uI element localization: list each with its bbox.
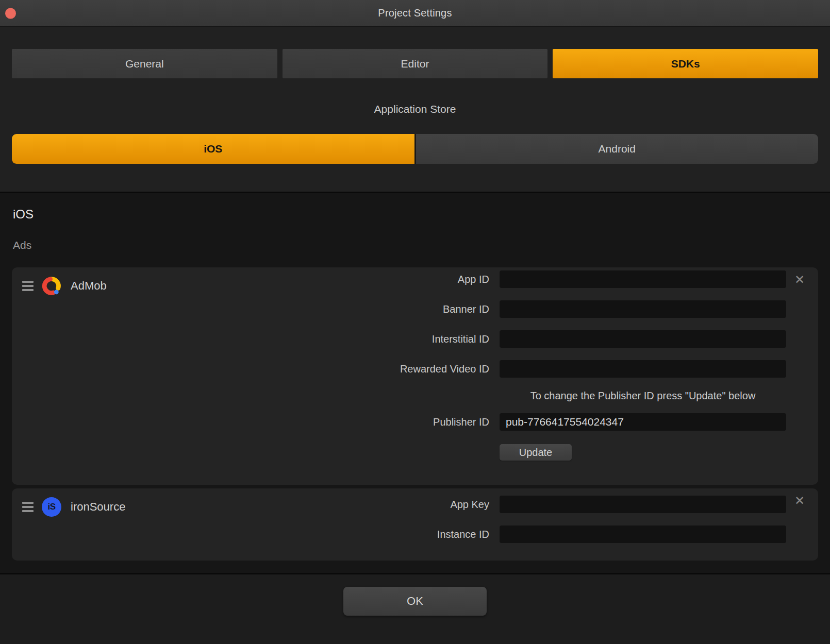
publisher-id-note: To change the Publisher ID press "Update…: [500, 390, 786, 402]
project-settings-dialog: Project Settings General Editor SDKs App…: [0, 0, 830, 644]
admob-rewarded-video-id-row: Rewarded Video ID: [12, 360, 786, 378]
reorder-handle-icon[interactable]: [22, 279, 34, 293]
ironsource-card-title: ironSource: [71, 500, 125, 514]
settings-header-section: General Editor SDKs Application Store iO…: [0, 27, 830, 193]
tab-general[interactable]: General: [12, 49, 277, 78]
interstitial-id-label: Interstitial ID: [432, 333, 489, 345]
admob-remove-icon[interactable]: ✕: [793, 273, 806, 287]
admob-fields: App ID Banner ID Interstitial ID Rewarde…: [12, 267, 818, 485]
ok-button[interactable]: OK: [343, 587, 487, 616]
admob-publisher-id-row: Publisher ID: [12, 413, 786, 431]
store-option-android[interactable]: Android: [416, 134, 819, 164]
publisher-id-label: Publisher ID: [433, 416, 489, 428]
admob-interstitial-id-row: Interstitial ID: [12, 330, 786, 348]
ironsource-card: iS ironSource ✕ App Key Instance ID: [12, 488, 818, 561]
banner-id-input[interactable]: [500, 300, 786, 318]
application-store-switch: iOS Android: [12, 134, 818, 164]
ironsource-fields: App Key Instance ID: [12, 488, 818, 561]
ads-group-label: Ads: [13, 239, 818, 251]
ironsource-card-header: iS ironSource: [22, 497, 125, 517]
title-bar: Project Settings: [0, 0, 830, 27]
platform-heading: iOS: [13, 207, 818, 222]
instance-id-label: Instance ID: [437, 529, 489, 540]
update-button[interactable]: Update: [500, 444, 572, 461]
admob-banner-id-row: Banner ID: [12, 300, 786, 318]
update-row: Update: [12, 444, 786, 461]
ironsource-app-key-row: App Key: [12, 496, 786, 513]
publisher-id-input[interactable]: [500, 413, 786, 431]
dialog-footer: OK: [0, 573, 830, 644]
admob-app-id-row: App ID: [12, 270, 786, 288]
rewarded-video-id-input[interactable]: [500, 360, 786, 378]
store-option-ios[interactable]: iOS: [12, 134, 414, 164]
publisher-note-row: To change the Publisher ID press "Update…: [12, 390, 786, 402]
ironsource-instance-id-row: Instance ID: [12, 526, 786, 543]
admob-card-title: AdMob: [71, 279, 107, 293]
app-id-input[interactable]: [500, 270, 786, 288]
admob-logo-icon: [42, 276, 61, 296]
admob-card-header: AdMob: [22, 276, 107, 296]
tab-sdks[interactable]: SDKs: [553, 49, 818, 78]
close-window-button[interactable]: [5, 8, 16, 19]
application-store-label: Application Store: [12, 103, 818, 115]
reorder-handle-icon[interactable]: [22, 500, 34, 514]
app-key-label: App Key: [450, 499, 489, 511]
tab-editor[interactable]: Editor: [283, 49, 548, 78]
sdk-settings-content: iOS Ads AdMob ✕ App ID: [0, 207, 830, 561]
settings-tabs: General Editor SDKs: [12, 49, 818, 78]
banner-id-label: Banner ID: [443, 303, 489, 315]
rewarded-video-id-label: Rewarded Video ID: [400, 363, 489, 375]
interstitial-id-input[interactable]: [500, 330, 786, 348]
ironsource-logo-icon: iS: [42, 497, 61, 517]
app-key-input[interactable]: [500, 496, 786, 513]
app-id-label: App ID: [458, 274, 489, 285]
admob-card: AdMob ✕ App ID Banner ID Interstitial ID…: [12, 267, 818, 485]
instance-id-input[interactable]: [500, 526, 786, 543]
window-title: Project Settings: [378, 7, 452, 19]
ironsource-remove-icon[interactable]: ✕: [793, 494, 806, 508]
